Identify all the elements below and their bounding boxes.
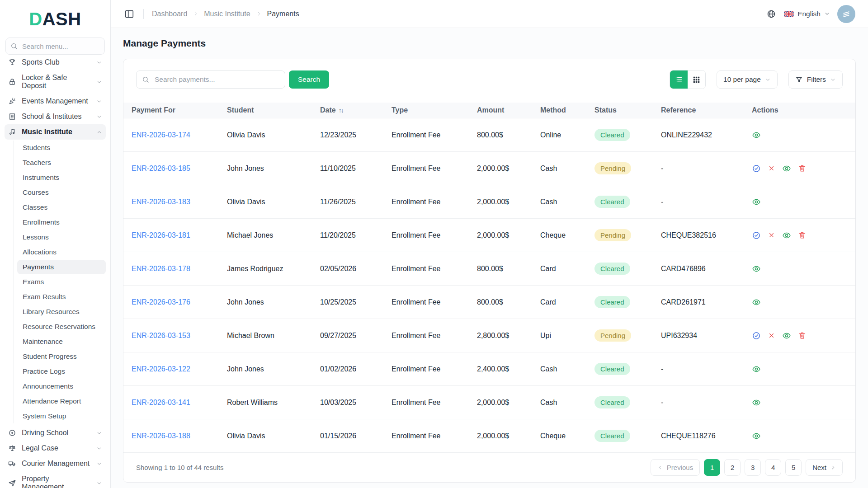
sidebar-item-practice-logs[interactable]: Practice Logs bbox=[17, 364, 106, 379]
column-header-payment-for: Payment For bbox=[123, 103, 219, 118]
sidebar-module-sports-club[interactable]: Sports Club bbox=[5, 59, 106, 70]
breadcrumb-item-dashboard[interactable]: Dashboard bbox=[152, 10, 187, 18]
sidebar-module-courier-management[interactable]: Courier Management bbox=[5, 456, 106, 471]
page-button-2[interactable]: 2 bbox=[724, 459, 741, 476]
sidebar-item-payments[interactable]: Payments bbox=[17, 260, 106, 274]
view-button[interactable] bbox=[752, 131, 761, 140]
payment-link[interactable]: ENR-2026-03-122 bbox=[132, 365, 190, 373]
student-cell: Olivia Davis bbox=[219, 419, 312, 453]
payment-link[interactable]: ENR-2026-03-183 bbox=[132, 198, 190, 206]
approve-button[interactable] bbox=[752, 231, 761, 240]
sidebar-module-events-management[interactable]: Events Management bbox=[5, 94, 106, 109]
list-view-button[interactable] bbox=[670, 70, 688, 89]
view-button[interactable] bbox=[782, 231, 791, 240]
page-button-4[interactable]: 4 bbox=[765, 459, 781, 476]
view-button[interactable] bbox=[752, 264, 761, 273]
next-page-button[interactable]: Next bbox=[806, 459, 843, 476]
sidebar-module-school-and-institutes[interactable]: School & Institutes bbox=[5, 109, 106, 124]
search-button[interactable]: Search bbox=[289, 70, 329, 89]
status-badge: Cleared bbox=[594, 430, 630, 442]
payment-link[interactable]: ENR-2026-03-174 bbox=[132, 131, 190, 139]
sidebar-item-classes[interactable]: Classes bbox=[17, 200, 106, 215]
sidebar-item-maintenance[interactable]: Maintenance bbox=[17, 334, 106, 349]
globe-icon[interactable] bbox=[766, 9, 777, 19]
reject-button[interactable] bbox=[768, 164, 775, 172]
sidebar-item-exams[interactable]: Exams bbox=[17, 275, 106, 289]
payment-link[interactable]: ENR-2026-03-141 bbox=[132, 399, 190, 406]
language-selector[interactable]: English bbox=[784, 10, 830, 18]
approve-button[interactable] bbox=[752, 331, 761, 340]
view-button[interactable] bbox=[752, 197, 761, 206]
payment-link[interactable]: ENR-2026-03-181 bbox=[132, 231, 190, 239]
menu-search-input[interactable] bbox=[5, 38, 105, 55]
sidebar-item-courses[interactable]: Courses bbox=[17, 185, 106, 200]
sidebar-item-enrollments[interactable]: Enrollments bbox=[17, 215, 106, 230]
reject-button[interactable] bbox=[768, 231, 775, 239]
sidebar-module-property-management[interactable]: Property Management bbox=[5, 471, 106, 488]
payments-search-input[interactable] bbox=[136, 70, 285, 89]
sidebar-item-resource-reservations[interactable]: Resource Reservations bbox=[17, 319, 106, 334]
delete-button[interactable] bbox=[798, 331, 807, 340]
view-button[interactable] bbox=[782, 331, 791, 340]
view-button[interactable] bbox=[752, 298, 761, 307]
sidebar-item-allocations[interactable]: Allocations bbox=[17, 245, 106, 259]
status-badge: Cleared bbox=[594, 363, 630, 375]
truck-icon bbox=[8, 460, 16, 468]
page-button-3[interactable]: 3 bbox=[745, 459, 761, 476]
reference-cell: - bbox=[653, 352, 744, 386]
sidebar-item-library-resources[interactable]: Library Resources bbox=[17, 305, 106, 319]
module-label: Locker & Safe Deposit bbox=[22, 74, 91, 90]
sidebar-item-lessons[interactable]: Lessons bbox=[17, 230, 106, 244]
chevron-down-icon bbox=[96, 60, 102, 66]
amount-cell: 2,000.00$ bbox=[469, 386, 532, 419]
amount-cell: 2,000.00$ bbox=[469, 419, 532, 453]
delete-button[interactable] bbox=[798, 164, 807, 173]
student-cell: James Rodriguez bbox=[219, 252, 312, 286]
sort-icon[interactable]: ↑↓ bbox=[339, 107, 343, 114]
per-page-select[interactable]: 10 per page bbox=[717, 70, 778, 89]
sidebar-module-music-institute[interactable]: Music Institute bbox=[5, 124, 106, 140]
sidebar-module-locker-and-safe-deposit[interactable]: Locker & Safe Deposit bbox=[5, 70, 106, 94]
payment-link[interactable]: ENR-2026-03-153 bbox=[132, 332, 190, 339]
payment-link[interactable]: ENR-2026-03-178 bbox=[132, 265, 190, 272]
sidebar-item-announcements[interactable]: Announcements bbox=[17, 379, 106, 394]
content: Manage Payments Search 10 per page bbox=[111, 28, 868, 488]
payment-link[interactable]: ENR-2026-03-188 bbox=[132, 432, 190, 440]
check-circle-icon bbox=[752, 164, 761, 173]
sidebar-item-instruments[interactable]: Instruments bbox=[17, 170, 106, 185]
column-header-date[interactable]: Date↑↓ bbox=[312, 103, 383, 118]
payments-table-body: ENR-2026-03-174Olivia Davis12/23/2025Enr… bbox=[123, 118, 855, 453]
view-button[interactable] bbox=[752, 432, 761, 441]
previous-page-button[interactable]: Previous bbox=[651, 459, 700, 476]
delete-button[interactable] bbox=[798, 231, 807, 239]
panel-toggle-icon bbox=[124, 9, 134, 19]
sidebar-module-legal-case[interactable]: Legal Case bbox=[5, 441, 106, 456]
page-button-5[interactable]: 5 bbox=[785, 459, 802, 476]
filters-label: Filters bbox=[807, 75, 826, 84]
payment-link[interactable]: ENR-2026-03-185 bbox=[132, 164, 190, 172]
grid-view-button[interactable] bbox=[688, 70, 705, 89]
chevron-right-icon bbox=[193, 11, 198, 17]
sidebar-toggle-button[interactable] bbox=[123, 8, 135, 20]
payment-link[interactable]: ENR-2026-03-176 bbox=[132, 298, 190, 306]
reference-cell: CARD261971 bbox=[653, 286, 744, 319]
sidebar-item-system-setup[interactable]: System Setup bbox=[17, 409, 106, 423]
sidebar-item-exam-results[interactable]: Exam Results bbox=[17, 290, 106, 304]
results-summary: Showing 1 to 10 of 44 results bbox=[136, 464, 223, 471]
breadcrumb-item-music-institute[interactable]: Music Institute bbox=[204, 10, 250, 18]
filters-button[interactable]: Filters bbox=[788, 70, 843, 89]
sidebar-item-students[interactable]: Students bbox=[17, 141, 106, 155]
view-button[interactable] bbox=[782, 164, 791, 173]
approve-button[interactable] bbox=[752, 164, 761, 173]
page-button-1[interactable]: 1 bbox=[704, 459, 720, 476]
avatar[interactable] bbox=[837, 5, 855, 23]
reject-button[interactable] bbox=[768, 332, 775, 339]
sidebar-module-driving-school[interactable]: Driving School bbox=[5, 425, 106, 441]
topbar-right: English bbox=[766, 5, 855, 23]
divider bbox=[143, 9, 144, 19]
sidebar-item-teachers[interactable]: Teachers bbox=[17, 155, 106, 170]
view-button[interactable] bbox=[752, 365, 761, 374]
sidebar-item-attendance-report[interactable]: Attendance Report bbox=[17, 394, 106, 408]
sidebar-item-student-progress[interactable]: Student Progress bbox=[17, 349, 106, 364]
view-button[interactable] bbox=[752, 398, 761, 407]
